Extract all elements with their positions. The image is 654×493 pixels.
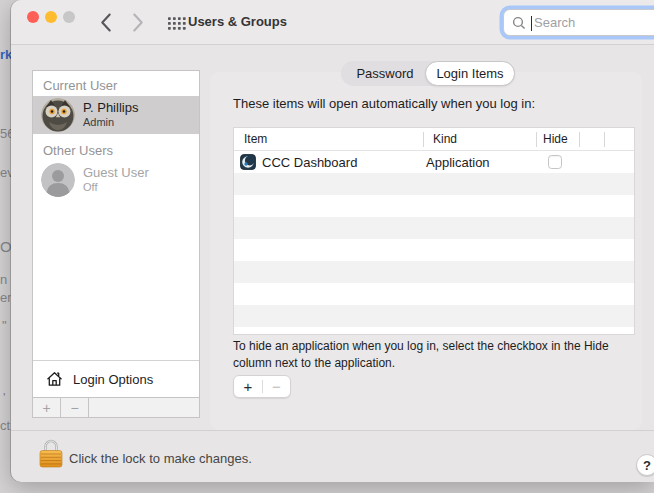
tab-login-items[interactable]: Login Items	[425, 61, 515, 86]
owl-avatar	[41, 98, 75, 132]
search-icon	[512, 16, 526, 30]
remove-user-button[interactable]: −	[61, 398, 89, 417]
column-divider	[536, 132, 537, 147]
tab-bar: Password Login Items	[341, 61, 515, 86]
bg-window-text-fragment: ct	[0, 418, 10, 433]
login-options-button[interactable]: Login Options	[33, 360, 199, 397]
bg-window-text-fragment: "	[2, 318, 7, 333]
user-status: Off	[83, 181, 149, 194]
users-and-groups-window: Users & Groups Current User	[11, 0, 654, 482]
item-kind: Application	[426, 155, 490, 170]
column-header-kind: Kind	[433, 132, 457, 146]
hide-hint-text: To hide an application when you log in, …	[233, 338, 615, 371]
login-options-label: Login Options	[73, 372, 153, 387]
search-input[interactable]	[534, 10, 654, 35]
column-header-hide: Hide	[543, 132, 568, 146]
help-button[interactable]: ?	[636, 454, 654, 476]
back-icon[interactable]	[100, 13, 112, 32]
user-name: P. Phillips	[83, 101, 138, 116]
login-items-description: These items will open automatically when…	[233, 96, 535, 111]
column-divider	[423, 132, 424, 147]
add-login-item-button[interactable]: +	[234, 378, 262, 395]
window-title: Users & Groups	[188, 14, 287, 29]
login-items-table: Item Kind Hide CCC Dashboard Applic	[233, 127, 635, 335]
text-caret	[531, 16, 532, 31]
desktop: { "background_fragments": [ { "text": "r…	[0, 0, 654, 493]
user-row-guest[interactable]: Guest User Off	[33, 161, 199, 199]
titlebar: Users & Groups	[11, 0, 654, 45]
zoom-button[interactable]	[63, 11, 75, 23]
table-row[interactable]: CCC Dashboard Application	[234, 151, 634, 173]
sidebar-add-remove-bar: + −	[32, 398, 200, 418]
hide-checkbox[interactable]	[548, 155, 562, 169]
minimize-button[interactable]	[45, 11, 57, 23]
table-header: Item Kind Hide	[234, 128, 634, 151]
column-header-item: Item	[244, 132, 267, 146]
remove-login-item-button[interactable]: −	[263, 378, 291, 395]
user-list: Current User P.	[32, 70, 200, 398]
column-divider	[604, 132, 605, 147]
bg-window-text-fragment: O	[0, 238, 12, 255]
forward-icon[interactable]	[132, 13, 144, 32]
lock-hint-text: Click the lock to make changes.	[69, 451, 252, 466]
tab-password[interactable]: Password	[341, 61, 429, 86]
lock-icon[interactable]	[38, 437, 64, 470]
close-button[interactable]	[27, 11, 39, 23]
login-items-add-remove: + −	[233, 375, 291, 398]
footer-bar: Click the lock to make changes. ?	[11, 430, 654, 482]
other-users-header: Other Users	[33, 134, 199, 161]
current-user-header: Current User	[33, 71, 199, 96]
table-body: CCC Dashboard Application	[234, 151, 634, 334]
column-divider	[579, 132, 580, 147]
user-role: Admin	[83, 116, 138, 129]
show-all-grid-icon[interactable]	[168, 16, 186, 29]
guest-avatar-icon	[41, 163, 75, 197]
add-user-button[interactable]: +	[33, 398, 61, 417]
home-icon	[45, 370, 64, 388]
search-field[interactable]	[503, 9, 654, 36]
item-name: CCC Dashboard	[262, 155, 357, 170]
user-row-current[interactable]: P. Phillips Admin	[33, 96, 199, 134]
ccc-dashboard-icon	[240, 154, 256, 170]
user-name: Guest User	[83, 166, 149, 181]
bg-window-text-fragment: '	[3, 390, 5, 405]
